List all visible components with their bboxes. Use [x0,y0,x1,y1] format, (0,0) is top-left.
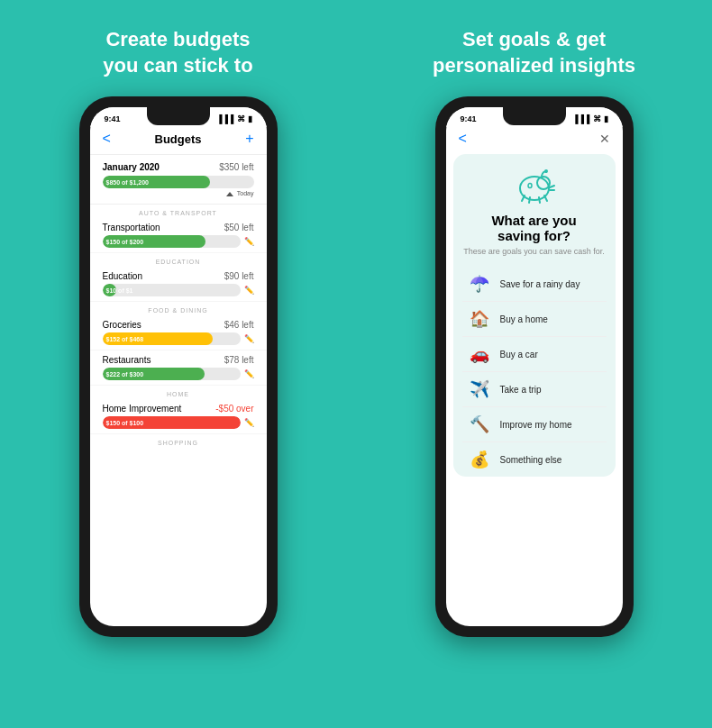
category-auto: AUTO & TRANSPORT [90,205,267,218]
goal-item-buy-home[interactable]: 🏠 Buy a home [462,302,607,337]
home-icon: 🏠 [468,309,491,329]
signal-icon-right: ▐▐▐ [572,114,589,123]
home-improvement-bar: $150 of $100 [103,416,241,429]
budgets-title: Budgets [155,132,202,146]
goal-item-something-else[interactable]: 💰 Something else [462,442,607,477]
left-heading: Create budgetsyou can stick to [103,27,252,78]
rainy-day-icon: ☂️ [468,274,491,294]
goal-label-buy-car: Buy a car [500,350,538,359]
budget-item-groceries: Groceries $46 left $152 of $468 ✏️ [90,315,267,350]
category-shopping: SHOPPING [90,434,267,448]
goals-bg-panel: What are yousaving for? These are goals … [453,154,616,477]
month-bar-text: $850 of $1,200 [106,179,149,186]
budgets-header: < Budgets + [90,127,267,155]
right-phone: 9:41 ▐▐▐ ⌘ ▮ < ✕ [435,96,634,637]
edit-icon-transport[interactable]: ✏️ [244,237,254,246]
status-time-right: 9:41 [461,114,477,123]
svg-point-6 [528,184,532,188]
svg-line-8 [550,186,554,187]
right-phone-screen: 9:41 ▐▐▐ ⌘ ▮ < ✕ [446,107,623,626]
category-education: EDUCATION [90,253,267,267]
goals-back-button[interactable]: < [459,131,467,147]
goal-label-improve-home: Improve my home [500,420,572,430]
budget-item-restaurants: Restaurants $78 left $222 of $300 ✏️ [90,350,267,386]
edit-icon-home[interactable]: ✏️ [244,418,254,427]
back-button[interactable]: < [103,131,111,147]
goals-subtitle: These are goals you can save cash for. [462,247,607,256]
plane-icon: ✈️ [468,379,491,399]
wifi-icon-right: ⌘ [593,114,601,123]
car-icon: 🚗 [468,344,491,364]
category-food: FOOD & DINING [90,302,267,315]
status-icons-left: ▐▐▐ ⌘ ▮ [216,114,251,123]
status-time-left: 9:41 [105,114,121,123]
category-home: HOME [90,386,267,399]
right-panel: Set goals & getpersonalized insights 9:4… [356,0,712,728]
money-icon: 💰 [468,450,491,469]
budget-content: January 2020 $350 left $850 of $1,200 To… [90,155,267,620]
goals-close-button[interactable]: ✕ [599,132,610,146]
svg-line-3 [529,197,530,203]
today-marker: Today [103,190,254,196]
left-phone-screen: 9:41 ▐▐▐ ⌘ ▮ < Budgets + January 2020 [90,107,267,626]
goal-label-rainy-day: Save for a rainy day [500,279,580,289]
right-heading: Set goals & getpersonalized insights [433,27,635,78]
month-bar-container: $850 of $1,200 [103,176,254,188]
tools-icon: 🔨 [468,414,491,434]
add-budget-button[interactable]: + [245,131,253,147]
goal-item-trip[interactable]: ✈️ Take a trip [462,372,607,407]
month-section: January 2020 $350 left $850 of $1,200 To… [90,155,267,205]
groceries-bar: $152 of $468 [103,332,241,345]
month-amount: $350 left [219,162,253,172]
svg-point-7 [544,169,548,173]
budget-item-transportation: Transportation $50 left $150 of $200 ✏️ [90,218,267,253]
left-panel: Create budgetsyou can stick to 9:41 ▐▐▐ … [0,0,356,728]
goal-item-buy-car[interactable]: 🚗 Buy a car [462,337,607,372]
svg-line-4 [539,197,540,203]
piggy-icon-container [462,163,607,207]
battery-icon-right: ▮ [604,114,608,123]
edit-icon-education[interactable]: ✏️ [244,286,254,295]
restaurants-bar: $222 of $300 [103,368,241,380]
edit-icon-restaurants[interactable]: ✏️ [244,369,254,378]
goal-label-something-else: Something else [500,455,562,465]
month-label: January 2020 [103,162,160,172]
month-bar-fill: $850 of $1,200 [103,176,210,188]
goal-item-rainy-day[interactable]: ☂️ Save for a rainy day [462,267,607,302]
status-icons-right: ▐▐▐ ⌘ ▮ [572,114,607,123]
goal-label-trip: Take a trip [500,385,542,395]
svg-line-5 [544,196,547,201]
piggy-icon [512,163,557,204]
budget-item-home-improvement: Home Improvement -$50 over $150 of $100 … [90,399,267,434]
left-phone: 9:41 ▐▐▐ ⌘ ▮ < Budgets + January 2020 [79,96,278,637]
svg-line-2 [522,196,525,201]
goals-title: What are yousaving for? [462,213,607,243]
battery-icon: ▮ [248,114,252,123]
goals-header: < ✕ [446,127,623,154]
phone-notch-left [147,107,210,125]
phone-notch-right [503,107,566,125]
education-bar: $10 of $1 [103,284,241,296]
signal-icon: ▐▐▐ [216,114,233,123]
budget-item-education: Education $90 left $10 of $1 ✏️ [90,267,267,302]
wifi-icon: ⌘ [237,114,245,123]
edit-icon-groceries[interactable]: ✏️ [244,334,254,343]
transport-bar: $150 of $200 [103,235,241,248]
today-triangle-icon [226,192,233,196]
goal-item-improve-home[interactable]: 🔨 Improve my home [462,407,607,442]
goal-label-buy-home: Buy a home [500,314,548,324]
